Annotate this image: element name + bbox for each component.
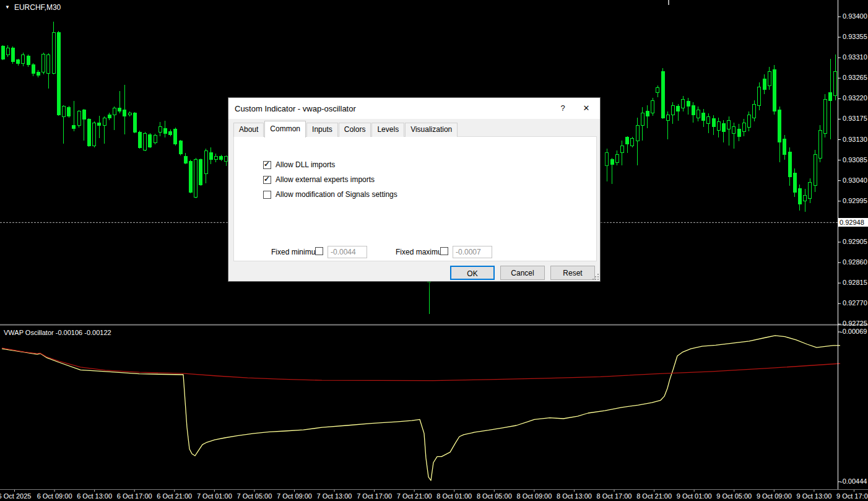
tab-levels[interactable]: Levels bbox=[371, 123, 404, 137]
resize-grip-icon[interactable] bbox=[592, 274, 599, 280]
price-axis-label: 0.93400 bbox=[843, 12, 867, 20]
candle-body bbox=[829, 93, 832, 101]
candle-body bbox=[788, 152, 791, 176]
candle-body bbox=[677, 107, 680, 111]
price-axis-label: 0.93175 bbox=[843, 115, 867, 122]
price-axis-label: 0.92995 bbox=[843, 197, 867, 204]
candle-body bbox=[214, 157, 217, 160]
fixed-minimum-checkbox[interactable]: ✓ bbox=[315, 247, 323, 255]
checkbox[interactable]: ✓ bbox=[263, 161, 271, 169]
candle-body bbox=[128, 113, 131, 115]
candle-body bbox=[753, 104, 756, 118]
candle-body bbox=[98, 123, 101, 125]
tab-inputs[interactable]: Inputs bbox=[306, 123, 338, 137]
time-axis-label: 8 Oct 13:00 bbox=[557, 492, 592, 500]
candle-body bbox=[199, 160, 202, 185]
option-label: Allow modification of Signals settings bbox=[276, 190, 397, 199]
checkbox[interactable]: ✓ bbox=[263, 191, 271, 199]
price-axis-label: 0.93220 bbox=[843, 94, 867, 102]
candle-body bbox=[179, 141, 182, 154]
candle-body bbox=[697, 110, 700, 118]
candle-body bbox=[737, 129, 740, 137]
price-axis-label: 0.93085 bbox=[843, 156, 867, 163]
fixed-minimum-input bbox=[328, 246, 367, 258]
chevron-down-icon[interactable]: ▼ bbox=[5, 5, 10, 10]
candle-body bbox=[47, 54, 50, 73]
candle-body bbox=[814, 155, 817, 186]
close-icon[interactable]: ✕ bbox=[576, 98, 596, 119]
time-axis-label: 7 Oct 05:00 bbox=[237, 492, 272, 500]
option-row[interactable]: ✓Allow modification of Signals settings bbox=[263, 190, 397, 199]
candle-body bbox=[768, 71, 771, 85]
common-tab-panel: ✓Allow DLL imports✓Allow external expert… bbox=[233, 136, 597, 261]
current-price-badge: 0.92948 bbox=[838, 218, 868, 227]
oscillator-axis-label: -0.00444 bbox=[840, 477, 867, 485]
candle-body bbox=[27, 56, 30, 65]
candle-body bbox=[52, 33, 55, 73]
candle-body bbox=[209, 153, 212, 159]
candle-body bbox=[87, 119, 90, 146]
option-row[interactable]: ✓Allow DLL imports bbox=[263, 160, 335, 169]
candle-body bbox=[747, 115, 750, 127]
candle-body bbox=[717, 121, 720, 130]
tab-colors[interactable]: Colors bbox=[339, 123, 371, 137]
vwap-slow-line bbox=[2, 348, 840, 381]
price-axis-label: 0.93355 bbox=[843, 33, 867, 40]
time-axis-label: 7 Oct 13:00 bbox=[317, 492, 352, 500]
candle-body bbox=[773, 69, 776, 111]
candle-body bbox=[169, 131, 172, 134]
candle-body bbox=[42, 54, 45, 72]
time-axis-label: 6 Oct 2025 bbox=[0, 492, 31, 500]
candle-body bbox=[712, 119, 715, 127]
time-axis-label: 8 Oct 01:00 bbox=[436, 492, 472, 500]
candle-body bbox=[144, 133, 147, 150]
fixed-maximum-input bbox=[453, 246, 492, 258]
oscillator-axis-label: -0.00069 bbox=[840, 328, 867, 335]
candle-body bbox=[687, 101, 690, 107]
candle-body bbox=[783, 139, 786, 155]
candle-body bbox=[834, 71, 837, 96]
candle-body bbox=[118, 108, 121, 111]
candle-body bbox=[626, 137, 629, 144]
fixed-minimum-label: Fixed minimum bbox=[271, 248, 321, 256]
candle-body bbox=[149, 134, 152, 147]
time-axis-label: 7 Oct 17:00 bbox=[357, 492, 392, 500]
candle-body bbox=[108, 115, 111, 118]
time-axis-label: 9 Oct 17:00 bbox=[836, 492, 868, 500]
candle-body bbox=[727, 121, 731, 129]
tab-visualization[interactable]: Visualization bbox=[405, 123, 458, 137]
fixed-range-row: Fixed minimum✓Fixed maximum✓ bbox=[234, 246, 596, 258]
candle-body bbox=[682, 99, 685, 108]
price-axis-label: 0.93310 bbox=[843, 53, 867, 61]
fixed-maximum-checkbox[interactable]: ✓ bbox=[440, 247, 448, 255]
candle-body bbox=[656, 88, 659, 93]
symbol-period-label: ▼ EURCHF,M30 bbox=[5, 3, 61, 12]
candle-body bbox=[651, 100, 654, 113]
tab-about[interactable]: About bbox=[233, 123, 264, 137]
candle-body bbox=[154, 135, 157, 142]
option-row[interactable]: ✓Allow external experts imports bbox=[263, 175, 375, 184]
time-axis-label: 6 Oct 17:00 bbox=[117, 492, 152, 500]
candle-body bbox=[763, 79, 766, 90]
candle-body bbox=[722, 124, 725, 132]
oscillator-header: VWAP Oscillator -0.00106 -0.00122 bbox=[4, 329, 111, 336]
candle-body bbox=[702, 113, 705, 121]
help-button[interactable]: ? bbox=[553, 98, 573, 119]
checkbox[interactable]: ✓ bbox=[263, 176, 271, 184]
dialog-titlebar[interactable]: Custom Indicator - vwap-oscillator ? ✕ bbox=[228, 98, 600, 119]
candle-body bbox=[661, 71, 664, 118]
candle-body bbox=[804, 195, 807, 201]
candle-body bbox=[37, 72, 40, 75]
candle-body bbox=[641, 113, 644, 126]
tab-common[interactable]: Common bbox=[264, 121, 306, 137]
reset-button[interactable]: Reset bbox=[550, 266, 595, 280]
time-axis-label: 8 Oct 17:00 bbox=[597, 492, 632, 500]
ok-button[interactable]: OK bbox=[450, 266, 495, 280]
candle-body bbox=[113, 108, 116, 115]
time-axis-label: 7 Oct 09:00 bbox=[277, 492, 312, 500]
candle-body bbox=[809, 183, 812, 199]
cancel-button[interactable]: Cancel bbox=[500, 266, 545, 280]
candle-body bbox=[615, 155, 618, 162]
candle-body bbox=[72, 125, 76, 128]
candle-body bbox=[798, 189, 801, 204]
